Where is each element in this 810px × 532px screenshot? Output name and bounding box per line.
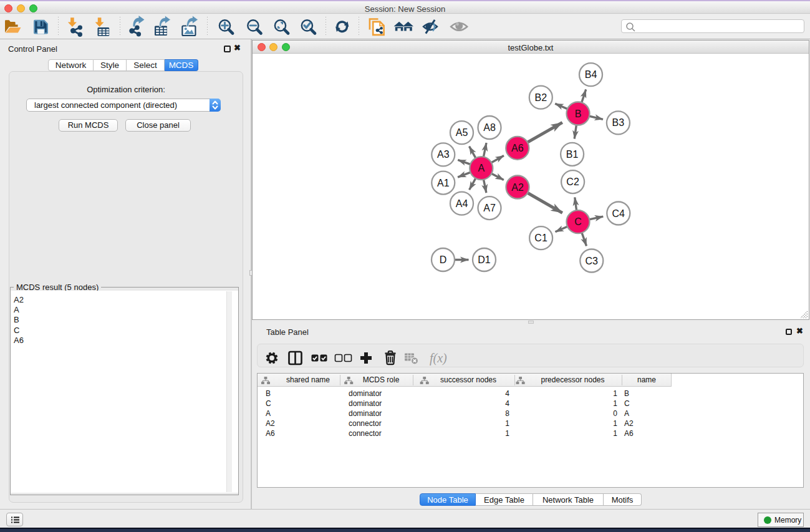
svg-text:A: A: [478, 163, 485, 173]
svg-text:C2: C2: [566, 177, 579, 187]
svg-text:A6: A6: [511, 143, 524, 153]
svg-text:B4: B4: [585, 69, 597, 80]
svg-text:f(x): f(x): [430, 351, 447, 365]
svg-text:A5: A5: [456, 127, 468, 138]
svg-text:B: B: [575, 109, 582, 119]
svg-text:D1: D1: [478, 254, 491, 265]
svg-text:B3: B3: [612, 117, 625, 128]
svg-text:D: D: [440, 254, 447, 265]
svg-text:B2: B2: [535, 92, 547, 103]
svg-text:C3: C3: [586, 256, 599, 266]
svg-text:A2: A2: [511, 182, 524, 193]
svg-text:A1: A1: [437, 178, 450, 188]
svg-text:C: C: [574, 216, 582, 227]
svg-text:C1: C1: [534, 233, 547, 243]
svg-text:A3: A3: [437, 149, 450, 160]
svg-text:C4: C4: [612, 208, 625, 219]
svg-text:B1: B1: [566, 149, 579, 160]
svg-text:A4: A4: [456, 198, 468, 209]
svg-text:A7: A7: [483, 203, 496, 213]
svg-text:A8: A8: [483, 122, 496, 133]
